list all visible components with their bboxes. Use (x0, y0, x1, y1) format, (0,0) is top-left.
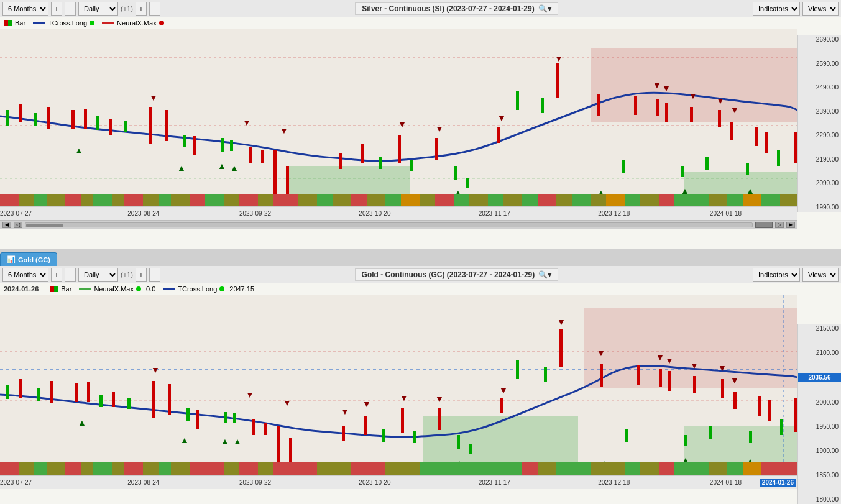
svg-rect-238 (538, 462, 556, 475)
gold-neuralx-line-icon (79, 288, 91, 290)
gold-indicators-select[interactable]: Indicators (753, 268, 800, 282)
svg-rect-87 (143, 194, 159, 206)
svg-rect-81 (47, 194, 65, 206)
gold-offset-plus-button[interactable]: + (136, 268, 147, 282)
silver-offset-minus-button[interactable]: − (149, 2, 160, 16)
gold-tcross-dot-icon (219, 286, 224, 291)
gold-views-select[interactable]: Views (802, 268, 839, 282)
gold-date-6: 2023-12-18 (598, 479, 630, 486)
svg-rect-85 (112, 194, 124, 206)
svg-rect-143 (469, 444, 472, 454)
svg-rect-91 (205, 194, 224, 206)
silver-search-icon[interactable]: 🔍▾ (538, 4, 551, 13)
svg-rect-231 (420, 462, 435, 475)
silver-indicator-strip (0, 194, 797, 206)
svg-rect-165 (401, 408, 404, 433)
silver-scroll-thumb[interactable] (26, 224, 63, 227)
gold-zoom-in-button[interactable]: + (51, 268, 62, 282)
gold-timeframe-select[interactable]: 6 Months 3 Months (2, 268, 48, 282)
gold-price-1850: 1850.00 (798, 472, 841, 479)
silver-zoom-out-button[interactable]: − (65, 2, 76, 16)
gold-offset-minus-button[interactable]: − (149, 268, 160, 282)
svg-rect-13 (230, 140, 233, 151)
svg-text:▼: ▼ (730, 375, 739, 385)
gold-price-1900: 1900.00 (798, 447, 841, 454)
svg-rect-158 (196, 410, 199, 429)
svg-rect-18 (466, 178, 469, 188)
silver-indicators-select[interactable]: Indicators (753, 2, 800, 16)
svg-rect-113 (591, 194, 606, 206)
silver-offset-plus-button[interactable]: + (136, 2, 147, 16)
silver-zoom-in-button[interactable]: + (51, 2, 62, 16)
silver-scroll-track[interactable] (25, 222, 753, 227)
svg-rect-51 (755, 127, 758, 146)
svg-rect-123 (761, 194, 780, 206)
svg-rect-247 (693, 462, 709, 475)
svg-text:▼: ▼ (690, 360, 699, 370)
svg-rect-172 (668, 371, 671, 391)
svg-rect-134 (37, 388, 40, 401)
svg-rect-124 (780, 194, 797, 206)
svg-rect-29 (84, 109, 87, 129)
svg-rect-209 (47, 462, 65, 475)
silver-scroll-left2-button[interactable]: ◁ (14, 222, 22, 228)
silver-interval-select[interactable]: Daily Weekly (78, 2, 118, 16)
svg-rect-226 (333, 462, 351, 475)
gold-tab[interactable]: 📊 Gold (GC) (0, 252, 57, 266)
svg-rect-214 (124, 462, 143, 475)
svg-text:▲: ▲ (75, 145, 83, 155)
svg-rect-236 (503, 462, 522, 475)
svg-rect-35 (261, 150, 264, 163)
gold-zoom-out-button[interactable]: − (65, 268, 76, 282)
svg-rect-80 (34, 194, 47, 206)
gold-interval-select[interactable]: Daily Weekly (78, 268, 118, 282)
silver-date-axis: 2023-07-27 2023-08-24 2023-09-22 2023-10… (0, 206, 797, 220)
silver-timeframe-select[interactable]: 6 Months 3 Months 1 Year (2, 2, 48, 16)
svg-rect-249 (727, 462, 743, 475)
svg-rect-97 (317, 194, 333, 206)
svg-rect-11 (183, 135, 186, 147)
svg-rect-252 (783, 462, 797, 475)
svg-rect-215 (143, 462, 159, 475)
svg-rect-163 (342, 426, 345, 441)
svg-rect-117 (659, 194, 674, 206)
svg-rect-17 (454, 166, 457, 180)
svg-rect-9 (96, 116, 99, 130)
svg-rect-45 (634, 96, 637, 115)
svg-text:▼: ▼ (283, 398, 292, 408)
svg-rect-86 (124, 194, 143, 206)
svg-rect-166 (438, 408, 441, 430)
svg-rect-246 (674, 462, 693, 475)
svg-rect-79 (19, 194, 34, 206)
silver-views-select[interactable]: Views (802, 2, 839, 16)
svg-rect-112 (572, 194, 591, 206)
svg-rect-219 (205, 462, 224, 475)
silver-scroll-right-button[interactable]: ▷ (775, 222, 784, 228)
svg-rect-114 (606, 194, 625, 206)
svg-text:▼: ▼ (499, 385, 508, 395)
svg-rect-141 (413, 431, 416, 443)
silver-price-2490: 2490.00 (798, 84, 841, 91)
svg-text:▼: ▼ (662, 83, 671, 93)
silver-scroll-right2-button[interactable]: ▶ (786, 222, 795, 228)
svg-rect-116 (640, 194, 659, 206)
svg-text:▼: ▼ (398, 119, 407, 129)
svg-rect-106 (469, 194, 488, 206)
svg-rect-105 (454, 194, 469, 206)
gold-indicator-strip (0, 462, 797, 475)
svg-text:▼: ▼ (689, 91, 697, 101)
svg-rect-30 (109, 119, 112, 135)
tcross-dot-icon (90, 21, 94, 25)
svg-rect-151 (19, 379, 22, 398)
svg-rect-24 (746, 163, 749, 175)
svg-text:▼: ▼ (653, 80, 661, 90)
svg-rect-223 (273, 462, 298, 475)
svg-text:▼: ▼ (341, 406, 349, 416)
svg-rect-176 (758, 396, 761, 416)
svg-rect-104 (435, 194, 454, 206)
silver-neuralx-label: NeuralX.Max (117, 19, 157, 27)
silver-scroll-left-button[interactable]: ◀ (2, 222, 11, 228)
svg-rect-89 (171, 194, 190, 206)
gold-search-icon[interactable]: 🔍▾ (538, 270, 551, 279)
svg-text:▼: ▼ (242, 117, 251, 127)
